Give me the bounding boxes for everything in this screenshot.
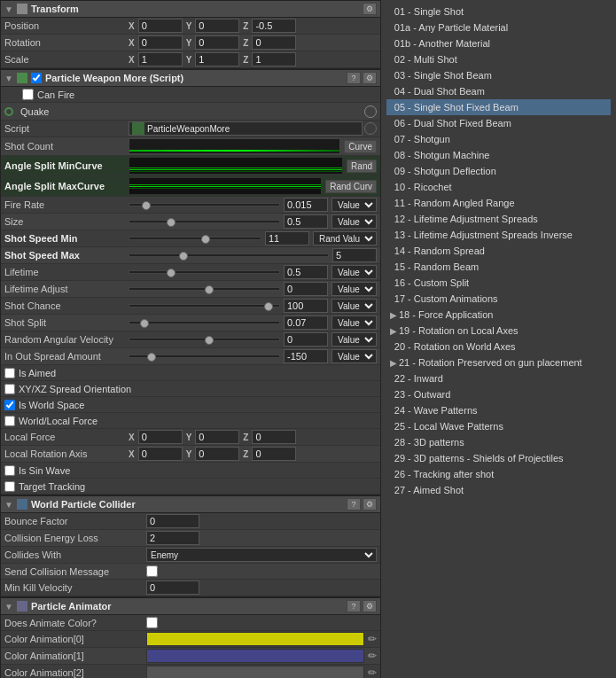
pw-settings-btn[interactable]: ⚙ <box>363 72 377 84</box>
particle-weapon-header[interactable]: ▼ Particle Weapon More (Script) ? ⚙ <box>0 69 381 87</box>
size-thumb[interactable] <box>167 218 175 227</box>
shot-chance-thumb[interactable] <box>264 302 273 311</box>
angle-min-curve[interactable] <box>129 157 343 175</box>
lifetime-val[interactable] <box>284 265 328 279</box>
fire-rate-val[interactable] <box>284 198 328 212</box>
pos-x-input[interactable] <box>138 19 183 33</box>
shot-split-track[interactable] <box>129 321 280 324</box>
lf-x-input[interactable] <box>138 430 183 444</box>
transform-header[interactable]: ▼ Transform ⚙ <box>0 0 381 18</box>
fire-rate-thumb[interactable] <box>142 201 151 210</box>
color-anim-pencil-1[interactable]: ✏ <box>368 650 377 662</box>
wc-fold-arrow[interactable]: ▼ <box>4 500 13 510</box>
right-list-item-09[interactable]: 09 - Shotgun Deflection <box>386 163 611 179</box>
rand-angular-thumb[interactable] <box>205 336 214 345</box>
right-list-item-26[interactable]: 26 - Tracking after shot <box>386 466 611 482</box>
rand-angular-mode[interactable]: Value <box>331 332 377 347</box>
right-list-item-19[interactable]: ▶19 - Rotation on Local Axes <box>386 323 611 339</box>
right-list-item-20[interactable]: 20 - Rotation on World Axes <box>386 339 611 355</box>
rot-z-input[interactable] <box>252 35 296 50</box>
shot-chance-track[interactable] <box>129 304 280 308</box>
can-fire-checkbox[interactable] <box>22 89 34 100</box>
angle-min-curve-btn[interactable]: Rand <box>347 160 377 173</box>
transform-settings-btn[interactable]: ⚙ <box>363 3 377 15</box>
lf-z-input[interactable] <box>252 430 296 444</box>
angle-max-curve[interactable] <box>129 177 322 195</box>
shot-split-val[interactable] <box>284 316 328 330</box>
right-list-item-12[interactable]: 12 - Lifetime Adjustment Spreads <box>386 211 611 227</box>
does-animate-checkbox[interactable] <box>146 617 158 628</box>
is-world-checkbox[interactable] <box>4 400 15 410</box>
send-collision-checkbox[interactable] <box>146 565 158 577</box>
lifetime-adjust-mode[interactable]: Value <box>331 282 377 296</box>
in-out-spread-val[interactable] <box>284 349 328 363</box>
right-list-item-03[interactable]: 03 - Single Shot Beam <box>386 67 611 83</box>
shot-split-thumb[interactable] <box>140 319 149 328</box>
right-list-item-29[interactable]: 29 - 3D patterns - Shields of Projectile… <box>386 450 611 466</box>
shot-speed-max-track[interactable] <box>129 253 329 257</box>
lifetime-adjust-track[interactable] <box>129 287 280 291</box>
collides-dropdown[interactable]: Enemy <box>146 548 377 562</box>
fire-rate-track[interactable] <box>129 203 280 207</box>
xy-xz-checkbox[interactable] <box>4 384 15 394</box>
in-out-spread-thumb[interactable] <box>147 353 156 362</box>
wc-header[interactable]: ▼ World Particle Collider ? ⚙ <box>0 495 381 513</box>
bounce-val[interactable] <box>146 514 199 528</box>
script-circle-btn[interactable] <box>364 122 377 135</box>
right-list-item-14[interactable]: 14 - Random Spread <box>386 243 611 259</box>
lifetime-adjust-thumb[interactable] <box>205 285 214 294</box>
shot-speed-max-thumb[interactable] <box>179 252 188 261</box>
pos-z-input[interactable] <box>252 19 296 33</box>
shot-count-curve-btn[interactable]: Curve <box>344 140 377 153</box>
right-list-item-13[interactable]: 13 - Lifetime Adjustment Spreads Inverse <box>386 227 611 243</box>
target-tracking-checkbox[interactable] <box>4 481 15 492</box>
rot-x-input[interactable] <box>138 35 183 50</box>
is-sin-wave-checkbox[interactable] <box>4 465 15 476</box>
pa-settings-btn[interactable]: ⚙ <box>363 600 377 612</box>
fire-rate-mode[interactable]: Value <box>331 198 377 212</box>
in-out-spread-track[interactable] <box>129 355 280 358</box>
lr-y-input[interactable] <box>195 447 239 461</box>
shot-chance-mode[interactable]: Value <box>331 299 377 313</box>
size-mode[interactable]: Value <box>331 214 377 229</box>
lr-x-input[interactable] <box>138 447 183 461</box>
color-anim-bar-2[interactable] <box>146 666 364 678</box>
right-list-item-18[interactable]: ▶18 - Force Application <box>386 307 611 323</box>
right-list-item-04[interactable]: 04 - Dual Shot Beam <box>386 83 611 99</box>
color-anim-bar-0[interactable] <box>146 632 364 646</box>
in-out-spread-mode[interactable]: Value <box>331 349 377 363</box>
size-track[interactable] <box>129 220 280 223</box>
pw-help-btn[interactable]: ? <box>347 72 361 84</box>
rand-angular-track[interactable] <box>129 338 280 341</box>
right-list-item-25[interactable]: 25 - Local Wave Patterns <box>386 418 611 434</box>
shot-speed-min-thumb[interactable] <box>201 235 210 244</box>
right-list-item-02[interactable]: 02 - Multi Shot <box>386 51 611 67</box>
shot-split-mode[interactable]: Value <box>331 316 377 330</box>
lifetime-adjust-val[interactable] <box>284 282 328 296</box>
size-val[interactable] <box>284 214 328 229</box>
right-list-item-23[interactable]: 23 - Outward <box>386 386 611 402</box>
lr-z-input[interactable] <box>252 447 296 461</box>
right-list-item-06[interactable]: 06 - Dual Shot Fixed Beam <box>386 115 611 131</box>
pa-header[interactable]: ▼ Particle Animator ? ⚙ <box>0 597 381 615</box>
energy-val[interactable] <box>146 531 199 545</box>
shot-count-curve[interactable] <box>129 138 340 154</box>
min-kill-val[interactable] <box>146 581 199 595</box>
wc-settings-btn[interactable]: ⚙ <box>363 498 377 510</box>
rand-angular-val[interactable] <box>284 332 328 347</box>
pw-fold-arrow[interactable]: ▼ <box>4 74 13 83</box>
right-list-item-27[interactable]: 27 - Aimed Shot <box>386 482 611 498</box>
right-list-item-21[interactable]: ▶21 - Rotation Preserved on gun placemen… <box>386 355 611 370</box>
scale-z-input[interactable] <box>252 52 296 66</box>
right-list-item-01b[interactable]: 01b - Another Material <box>386 35 611 51</box>
angle-max-curve-btn[interactable]: Rand Curv <box>325 180 377 193</box>
pw-enabled-checkbox[interactable] <box>31 73 42 83</box>
lifetime-track[interactable] <box>129 270 280 274</box>
right-list-item-22[interactable]: 22 - Inward <box>386 370 611 386</box>
shot-speed-min-track[interactable] <box>129 237 261 240</box>
transform-fold-arrow[interactable]: ▼ <box>4 4 13 14</box>
quake-toggle[interactable] <box>364 105 377 118</box>
lifetime-thumb[interactable] <box>167 269 175 277</box>
color-anim-pencil-0[interactable]: ✏ <box>368 633 377 645</box>
is-aimed-checkbox[interactable] <box>4 368 15 378</box>
